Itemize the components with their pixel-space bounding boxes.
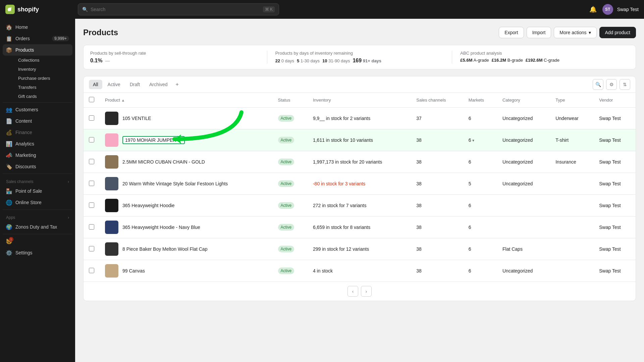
stat-inv-0: 22 0 days: [275, 58, 294, 63]
vendor-cell: Swap Test: [594, 173, 636, 195]
markets-cell: 6: [463, 238, 497, 260]
products-table: Product ▲ Status Inventory Sales channel…: [84, 93, 636, 282]
product-cell[interactable]: 8 Piece Baker Boy Melton Wool Flat Cap: [100, 238, 273, 260]
import-button[interactable]: Import: [527, 27, 551, 38]
row-checkbox[interactable]: [89, 268, 94, 273]
page-header: Products Export Import More actions ▾ Ad…: [83, 27, 636, 38]
stat-sell-through-dash: —: [105, 58, 110, 63]
notification-button[interactable]: 🔔: [588, 4, 598, 15]
product-cell[interactable]: 1970 MOHAIR JUMPER 👁: [100, 129, 273, 151]
markets-expand[interactable]: ▾: [472, 138, 474, 143]
tab-draft[interactable]: Draft: [126, 80, 144, 89]
status-cell: Active: [273, 195, 308, 217]
search-table-button[interactable]: 🔍: [593, 79, 603, 90]
sidebar-item-customers[interactable]: 👥 Customers: [3, 104, 72, 115]
sales-channels-cell: 38: [411, 217, 463, 238]
row-checkbox[interactable]: [89, 159, 94, 164]
table-row: 105 VENTILE Active 9,9__ in stock for 2 …: [84, 108, 636, 129]
product-cell[interactable]: 365 Heavyweight Hoodie - Navy Blue: [100, 217, 273, 238]
sidebar-item-point-of-sale[interactable]: 🏪 Point of Sale: [3, 185, 72, 197]
sidebar-item-support[interactable]: 😺 1: [3, 236, 72, 247]
th-vendor: Vendor: [594, 93, 636, 108]
sidebar-item-discounts[interactable]: 🏷️ Discounts: [3, 161, 72, 172]
row-checkbox[interactable]: [89, 202, 94, 208]
avatar[interactable]: ST: [602, 4, 613, 15]
product-thumbnail: [105, 242, 118, 256]
product-cell[interactable]: 365 Heavyweight Hoodie: [100, 195, 273, 217]
table-tabs: All Active Draft Archived + 🔍 ⚙ ⇅: [84, 76, 636, 93]
select-all-checkbox[interactable]: [89, 97, 94, 102]
vendor-cell: Swap Test: [594, 151, 636, 173]
stat-inventory-days[interactable]: Products by days of inventory remaining …: [275, 51, 452, 64]
tab-all[interactable]: All: [89, 80, 102, 89]
row-checkbox-cell: [84, 195, 100, 217]
sidebar-item-transfers[interactable]: Transfers: [15, 83, 72, 92]
add-product-button[interactable]: Add product: [599, 27, 636, 38]
row-checkbox[interactable]: [89, 224, 94, 230]
sales-channels-toggle[interactable]: ›: [68, 179, 69, 184]
stat-abc[interactable]: ABC product analysis £5.6M A-grade £16.2…: [460, 51, 629, 64]
next-page-button[interactable]: ›: [361, 286, 372, 297]
row-checkbox[interactable]: [89, 115, 94, 121]
sidebar-item-orders[interactable]: 📋 Orders 9,999+: [3, 33, 72, 44]
sidebar-item-inventory[interactable]: Inventory: [15, 65, 72, 74]
product-cell[interactable]: 105 VENTILE: [100, 108, 273, 129]
sales-channels-cell: 38: [411, 129, 463, 151]
tab-archived[interactable]: Archived: [145, 80, 171, 89]
row-checkbox[interactable]: [89, 137, 94, 142]
tab-actions: 🔍 ⚙ ⇅: [593, 79, 630, 90]
sidebar-item-zonos[interactable]: 🌍 Zonos Duty and Tax: [3, 221, 72, 233]
status-badge: Active: [278, 137, 294, 143]
prev-page-button[interactable]: ‹: [347, 286, 358, 297]
status-badge: Active: [278, 224, 294, 231]
analytics-label: Analytics: [15, 141, 34, 146]
apps-toggle[interactable]: ›: [68, 215, 69, 220]
finance-icon: 💰: [6, 129, 12, 135]
sidebar-item-online-store[interactable]: 🌐 Online Store: [3, 197, 72, 208]
sidebar-item-settings[interactable]: ⚙️ Settings: [3, 247, 72, 258]
orders-badge: 9,999+: [52, 36, 69, 41]
sidebar-item-finance[interactable]: 💰 Finance: [3, 127, 72, 138]
category-cell: Uncategorized: [497, 260, 550, 282]
search-input[interactable]: [91, 7, 260, 12]
product-cell[interactable]: 2.5MM MICRO CUBAN CHAIN - GOLD: [100, 151, 273, 173]
zonos-icon: 🌍: [6, 224, 12, 230]
search-bar[interactable]: 🔍 ⌘ K: [78, 3, 279, 15]
vendor-cell: Swap Test: [594, 260, 636, 282]
markets-cell: 6: [463, 260, 497, 282]
stat-sell-through-value: 0.1%: [90, 58, 102, 64]
shopify-logo-icon: [5, 5, 15, 14]
row-checkbox[interactable]: [89, 246, 94, 251]
sidebar-item-collections[interactable]: Collections: [15, 56, 72, 65]
sidebar-item-home[interactable]: 🏠 Home: [3, 21, 72, 33]
sidebar-item-marketing[interactable]: 📣 Marketing: [3, 149, 72, 161]
sales-channels-section: Sales channels ›: [3, 175, 72, 185]
tab-add-button[interactable]: +: [173, 79, 181, 89]
product-cell[interactable]: 20 Warm White Vintage Style Solar Festoo…: [100, 173, 273, 195]
sidebar-item-products[interactable]: 📦 Products: [3, 44, 72, 56]
product-cell[interactable]: 99 Canvas: [100, 260, 273, 282]
filter-button[interactable]: ⚙: [606, 79, 617, 90]
inventory-cell: 1,611 in stock for 10 variants: [308, 129, 411, 151]
category-cell: Uncategorized: [497, 108, 550, 129]
logo-text: shopify: [17, 6, 39, 13]
sidebar-item-purchase-orders[interactable]: Purchase orders: [15, 74, 72, 83]
stat-sell-through[interactable]: Products by sell-through rate 0.1% —: [90, 51, 267, 64]
stat-inv-3: 169 91+ days: [353, 58, 381, 64]
discounts-label: Discounts: [15, 164, 36, 169]
sidebar-item-content[interactable]: 📄 Content: [3, 115, 72, 127]
logo[interactable]: shopify: [5, 5, 72, 14]
export-button[interactable]: Export: [499, 27, 524, 38]
sidebar-item-gift-cards[interactable]: Gift cards: [15, 92, 72, 101]
tab-active[interactable]: Active: [104, 80, 124, 89]
sidebar-item-analytics[interactable]: 📊 Analytics: [3, 138, 72, 149]
th-markets: Markets: [463, 93, 497, 108]
sales-channels-cell: 37: [411, 108, 463, 129]
topbar-right: 🔔 ST Swap Test: [588, 4, 639, 15]
more-actions-button[interactable]: More actions ▾: [554, 27, 596, 38]
header-actions: Export Import More actions ▾ Add product: [499, 27, 636, 38]
sort-button[interactable]: ⇅: [620, 79, 630, 90]
row-checkbox[interactable]: [89, 181, 94, 186]
product-name: 99 Canvas: [122, 268, 145, 274]
sidebar-item-label: Orders: [15, 36, 30, 41]
